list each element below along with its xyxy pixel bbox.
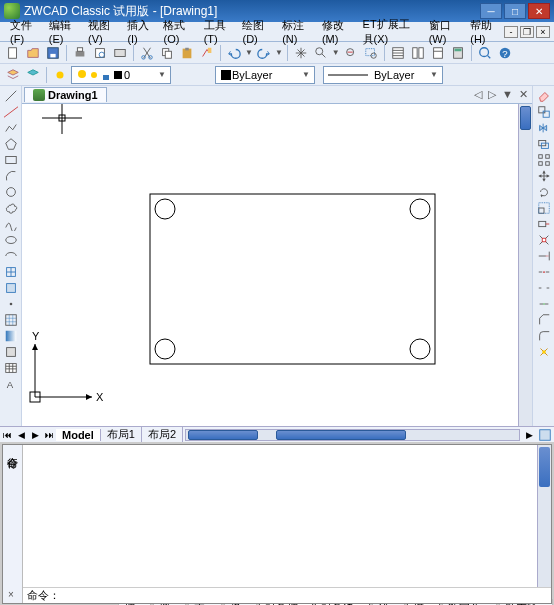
rectangle-tool[interactable] [2,152,20,167]
zoom-window-button[interactable] [362,44,380,62]
copy-button[interactable] [158,44,176,62]
properties-button[interactable] [389,44,407,62]
menu-window[interactable]: 窗口(W) [423,16,465,47]
polyline-tool[interactable] [2,120,20,135]
scale-tool[interactable] [535,200,553,215]
command-close-button[interactable]: × [5,589,17,601]
hatch-tool[interactable] [2,312,20,327]
layout1-tab[interactable]: 布局1 [101,427,142,442]
horizontal-scrollbar[interactable] [185,429,520,441]
new-button[interactable] [4,44,22,62]
menu-tools[interactable]: 工具(T) [198,16,237,47]
point-tool[interactable] [2,296,20,311]
document-tab[interactable]: Drawing1 [24,87,107,102]
revision-cloud-tool[interactable] [2,200,20,215]
pan-button[interactable] [292,44,310,62]
ellipse-tool[interactable] [2,232,20,247]
tab-first-button[interactable]: ⏮ [0,430,14,440]
color-dropdown[interactable]: ByLayer ▼ [215,66,315,84]
model-tab[interactable]: Model [56,429,101,441]
layer-manager-button[interactable] [4,66,22,84]
menu-file[interactable]: 文件(F) [4,16,43,47]
menu-insert[interactable]: 插入(I) [121,16,157,47]
tab-left-button[interactable]: ◀ [14,430,28,440]
paste-button[interactable] [178,44,196,62]
mdi-restore-button[interactable]: ❐ [520,26,534,38]
mtext-tool[interactable]: A [2,376,20,391]
make-block-tool[interactable] [2,280,20,295]
trim-tool[interactable] [535,232,553,247]
tab-prev-button[interactable]: ◁ [472,88,484,101]
help-button[interactable]: ? [496,44,514,62]
tab-next-button[interactable]: ▷ [486,88,498,101]
copy-tool[interactable] [535,104,553,119]
redo-button[interactable] [255,44,273,62]
circle-tool[interactable] [2,184,20,199]
zoom-button[interactable] [476,44,494,62]
menu-dimension[interactable]: 标注(N) [276,16,316,47]
save-button[interactable] [44,44,62,62]
ellipse-arc-tool[interactable] [2,248,20,263]
erase-tool[interactable] [535,88,553,103]
zoom-previous-button[interactable] [342,44,360,62]
zoom-dropdown-icon[interactable]: ▼ [332,48,340,57]
design-center-button[interactable] [409,44,427,62]
menu-modify[interactable]: 修改(M) [316,16,357,47]
mdi-minimize-button[interactable]: - [504,26,518,38]
maximize-button[interactable]: □ [504,3,526,19]
calculator-button[interactable] [449,44,467,62]
table-tool[interactable] [2,360,20,375]
redo-dropdown-icon[interactable]: ▼ [275,48,283,57]
extend-tool[interactable] [535,248,553,263]
tab-right-button[interactable]: ▶ [28,430,42,440]
array-tool[interactable] [535,152,553,167]
tab-last-button[interactable]: ⏭ [42,430,56,440]
explode-tool[interactable] [535,344,553,359]
print-button[interactable] [71,44,89,62]
layer-previous-button[interactable] [24,66,42,84]
open-button[interactable] [24,44,42,62]
mirror-tool[interactable] [535,120,553,135]
polygon-tool[interactable] [2,136,20,151]
spline-tool[interactable] [2,216,20,231]
layer-state-button[interactable] [51,66,69,84]
drawing-canvas[interactable]: Y X [22,104,518,426]
menu-edit[interactable]: 编辑(E) [43,16,82,47]
scrollbar-thumb[interactable] [276,430,406,440]
rotate-tool[interactable] [535,184,553,199]
scrollbar-thumb[interactable] [539,447,550,487]
insert-block-tool[interactable] [2,264,20,279]
zoom-realtime-button[interactable] [312,44,330,62]
construction-line-tool[interactable] [2,104,20,119]
menu-format[interactable]: 格式(O) [157,16,197,47]
tool-palettes-button[interactable] [429,44,447,62]
tab-list-button[interactable]: ▼ [500,88,515,101]
match-properties-button[interactable] [198,44,216,62]
undo-button[interactable] [225,44,243,62]
layout-extra-button[interactable] [536,427,554,442]
chamfer-tool[interactable] [535,312,553,327]
move-tool[interactable] [535,168,553,183]
layer-dropdown[interactable]: 0 ▼ [71,66,171,84]
command-line[interactable]: 命令： [23,587,551,603]
mdi-close-button[interactable]: × [536,26,550,38]
line-tool[interactable] [2,88,20,103]
fillet-tool[interactable] [535,328,553,343]
menu-view[interactable]: 视图(V) [82,16,121,47]
linetype-dropdown[interactable]: ByLayer ▼ [323,66,443,84]
menu-draw[interactable]: 绘图(D) [236,16,276,47]
join-tool[interactable] [535,296,553,311]
break-tool[interactable] [535,280,553,295]
cut-button[interactable] [138,44,156,62]
break-at-point-tool[interactable] [535,264,553,279]
tab-close-button[interactable]: ✕ [517,88,530,101]
arc-tool[interactable] [2,168,20,183]
publish-button[interactable] [111,44,129,62]
close-button[interactable]: ✕ [528,3,550,19]
region-tool[interactable] [2,344,20,359]
vertical-scrollbar[interactable] [518,104,532,426]
stretch-tool[interactable] [535,216,553,231]
command-handle[interactable]: 命令行 [3,445,23,603]
scroll-right-button[interactable]: ▶ [522,430,536,440]
scrollbar-thumb[interactable] [520,106,531,130]
